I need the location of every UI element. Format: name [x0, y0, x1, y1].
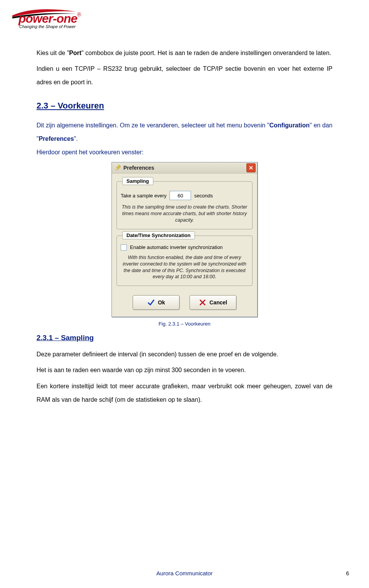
- dts-legend: Date/Time Synchronization: [122, 231, 195, 239]
- close-icon: [249, 166, 253, 170]
- enable-sync-label: Enable automatic inverter synchronizatio…: [130, 244, 223, 250]
- figure-caption: Fig. 2.3.1 – Voorkeuren: [37, 321, 332, 327]
- sampling-label-post: seconds: [194, 193, 213, 199]
- cancel-button[interactable]: Cancel: [189, 295, 236, 310]
- logo-text: power-one: [18, 12, 77, 25]
- footer-title: Aurora Communicator: [0, 570, 369, 576]
- paragraph-tcpip: Indien u een TCP/IP – RS232 brug gebruik…: [37, 62, 332, 89]
- paragraph-port-combobox: Kies uit de "Port" combobox de juiste po…: [37, 46, 332, 60]
- paragraph-interval: Deze parameter definieert de interval (i…: [37, 347, 332, 361]
- dialog-title: Preferences: [123, 165, 246, 171]
- brand-logo: power-one® Changing the Shape of Power: [12, 8, 81, 29]
- cancel-x-icon: [199, 299, 206, 306]
- dts-description: With this function enabled, the date and…: [121, 254, 248, 281]
- dialog-titlebar: Preferences: [112, 162, 257, 174]
- sampling-group: Sampling Take a sample every seconds Thi…: [116, 181, 253, 229]
- sampling-value-input[interactable]: [170, 191, 191, 200]
- pencil-icon: [115, 165, 121, 171]
- heading-2-3: 2.3 – Voorkeuren: [37, 101, 332, 111]
- preferences-dialog: Preferences Sampling Take a sample every: [111, 162, 258, 317]
- close-button[interactable]: [246, 163, 256, 172]
- check-icon: [147, 299, 155, 306]
- datetime-sync-group: Date/Time Synchronization Enable automat…: [116, 236, 253, 286]
- ok-button[interactable]: Ok: [133, 295, 180, 310]
- sampling-legend: Sampling: [122, 177, 153, 185]
- paragraph-instellingen: Dit zijn algemene instellingen. Om ze te…: [37, 119, 332, 145]
- paragraph-insteltijd: Een kortere insteltijd leidt tot meer ac…: [37, 379, 332, 406]
- sampling-label-pre: Take a sample every: [121, 193, 166, 199]
- paragraph-hierdoor: Hierdoor opent het voorkeuren venster:: [37, 145, 332, 159]
- page-number: 6: [346, 570, 349, 576]
- logo-reg: ®: [77, 12, 81, 18]
- paragraph-300sec: Het is aan te raden een waarde van op zi…: [37, 363, 332, 377]
- enable-sync-checkbox[interactable]: [121, 244, 127, 251]
- sampling-description: This is the sampling time used to create…: [121, 204, 248, 224]
- heading-2-3-1: 2.3.1 – Sampling: [37, 334, 332, 342]
- logo-subtitle: Changing the Shape of Power: [19, 24, 81, 29]
